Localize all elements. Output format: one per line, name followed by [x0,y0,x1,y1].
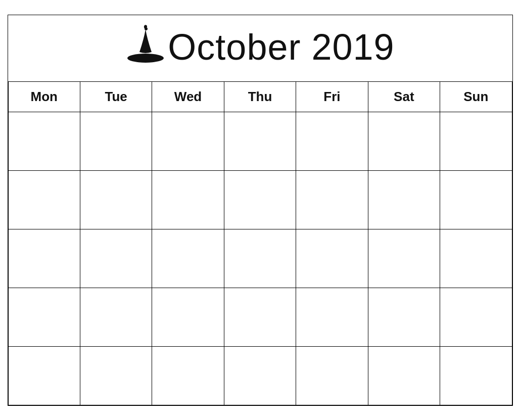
table-row[interactable] [9,112,80,171]
day-header-thu: Thu [224,82,296,112]
table-row[interactable] [9,347,80,405]
table-row[interactable] [296,229,368,288]
table-row[interactable] [224,229,296,288]
table-row[interactable] [368,171,440,229]
day-header-fri: Fri [296,82,368,112]
table-row[interactable] [368,288,440,347]
calendar-container: October 2019 Mon Tue Wed Thu Fri Sat Sun [8,15,513,406]
calendar-header: October 2019 [8,15,512,82]
table-row[interactable] [224,347,296,405]
table-row[interactable] [80,347,152,405]
table-row[interactable] [296,347,368,405]
table-row[interactable] [152,229,224,288]
table-row[interactable] [440,171,512,229]
table-row[interactable] [440,347,512,405]
witch-hat-icon [125,24,166,70]
table-row[interactable] [80,112,152,171]
table-row[interactable] [224,171,296,229]
table-row[interactable] [296,288,368,347]
svg-point-0 [127,54,164,63]
table-row[interactable] [440,229,512,288]
table-row[interactable] [152,171,224,229]
table-row[interactable] [9,171,80,229]
table-row[interactable] [9,288,80,347]
table-row[interactable] [440,112,512,171]
table-row[interactable] [80,288,152,347]
day-header-sun: Sun [440,82,512,112]
day-header-mon: Mon [9,82,80,112]
day-header-wed: Wed [152,82,224,112]
table-row[interactable] [296,112,368,171]
day-header-tue: Tue [80,82,152,112]
calendar-grid: Mon Tue Wed Thu Fri Sat Sun [8,82,512,405]
table-row[interactable] [80,171,152,229]
table-row[interactable] [368,347,440,405]
calendar-title: October 2019 [168,26,394,68]
table-row[interactable] [368,112,440,171]
table-row[interactable] [152,347,224,405]
svg-point-1 [145,27,148,30]
table-row[interactable] [440,288,512,347]
table-row[interactable] [152,112,224,171]
table-row[interactable] [296,171,368,229]
table-row[interactable] [224,288,296,347]
table-row[interactable] [224,112,296,171]
table-row[interactable] [368,229,440,288]
table-row[interactable] [9,229,80,288]
table-row[interactable] [152,288,224,347]
day-header-sat: Sat [368,82,440,112]
table-row[interactable] [80,229,152,288]
